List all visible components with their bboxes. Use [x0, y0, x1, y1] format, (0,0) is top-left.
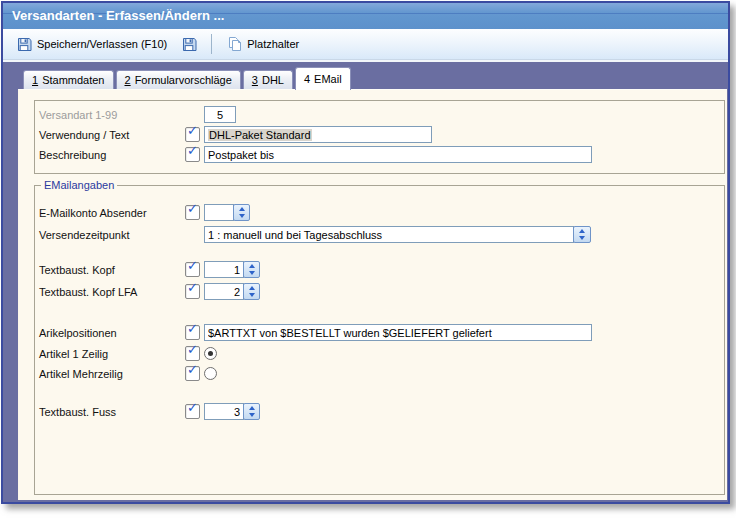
window-title: Versandarten - Erfassen/Ändern ...: [12, 8, 224, 23]
textbaust-kopf-row: Textbaust. Kopf ✓: [39, 261, 260, 278]
textbaust-kopf-lfa-input[interactable]: [204, 283, 244, 300]
arikelpositionen-checkbox[interactable]: ✓: [185, 325, 200, 340]
textbaust-kopf-input[interactable]: [204, 261, 244, 278]
verwendung-value: DHL-Paket Standard: [208, 129, 312, 141]
emailkonto-checkbox[interactable]: ✓: [185, 205, 200, 220]
versendezeitpunkt-value: 1 : manuell und bei Tagesabschluss: [208, 229, 382, 241]
placeholder-button[interactable]: Platzhalter: [219, 32, 306, 56]
tab-label: EMail: [314, 73, 342, 85]
beschreibung-row: Beschreibung ✓: [39, 146, 592, 163]
tab-accelerator: 2: [125, 74, 131, 86]
tab-accelerator: 4: [304, 73, 310, 85]
versendezeitpunkt-select[interactable]: 1 : manuell und bei Tagesabschluss: [204, 226, 574, 243]
toolbar: Speichern/Verlassen (F10) Pl: [3, 29, 728, 60]
check-icon: ✓: [187, 362, 198, 377]
check-icon: ✓: [187, 400, 198, 415]
verwendung-label: Verwendung / Text: [39, 129, 185, 141]
textbaust-fuss-label: Textbaust. Fuss: [39, 406, 185, 418]
textbaust-fuss-input[interactable]: [204, 403, 244, 420]
verwendung-checkbox[interactable]: ✓: [185, 127, 200, 142]
placeholder-label: Platzhalter: [247, 38, 299, 50]
textbaust-kopf-lfa-checkbox[interactable]: ✓: [185, 284, 200, 299]
textbaust-kopf-checkbox[interactable]: ✓: [185, 262, 200, 277]
verwendung-input[interactable]: DHL-Paket Standard: [204, 126, 432, 143]
tab-label: Formularvorschläge: [135, 74, 232, 86]
arikelpositionen-row: Arikelpositionen ✓: [39, 324, 592, 341]
textbaust-fuss-spinner[interactable]: [243, 403, 260, 420]
artikel-1zeilig-label: Artikel 1 Zeilig: [39, 348, 185, 360]
versendezeitpunkt-row: Versendezeitpunkt 1 : manuell und bei Ta…: [39, 226, 591, 243]
tab-label: DHL: [262, 74, 284, 86]
toolbar-separator: [211, 34, 212, 54]
tab-dhl[interactable]: 3 DHL: [243, 70, 293, 89]
artikel-mehrzeilig-radio[interactable]: [204, 367, 217, 380]
form-area: 1 Stammdaten 2 Formularvorschläge 3 DHL …: [3, 62, 728, 502]
textbaust-kopf-lfa-row: Textbaust. Kopf LFA ✓: [39, 283, 260, 300]
artikel-mehrzeilig-checkbox[interactable]: ✓: [185, 366, 200, 381]
textbaust-kopf-lfa-label: Textbaust. Kopf LFA: [39, 286, 185, 298]
tab-page-email: EMailangaben Versandart 1-99 Verwendung …: [18, 89, 727, 500]
artikel-1zeilig-row: Artikel 1 Zeilig ✓: [39, 345, 217, 362]
tab-stammdaten[interactable]: 1 Stammdaten: [23, 70, 114, 89]
tab-email[interactable]: 4 EMail: [295, 67, 351, 90]
textbaust-fuss-row: Textbaust. Fuss ✓: [39, 403, 260, 420]
versendezeitpunkt-dropdown-button[interactable]: [573, 226, 591, 243]
beschreibung-input[interactable]: [204, 146, 592, 163]
verwendung-row: Verwendung / Text ✓ DHL-Paket Standard: [39, 126, 432, 143]
artikel-1zeilig-radio[interactable]: [204, 347, 217, 360]
save-exit-button[interactable]: Speichern/Verlassen (F10): [9, 32, 174, 56]
check-icon: ✓: [187, 201, 198, 216]
check-icon: ✓: [187, 321, 198, 336]
app-window: Versandarten - Erfassen/Ändern ... Speic…: [1, 1, 730, 504]
arikelpositionen-input[interactable]: [204, 324, 592, 341]
check-icon: ✓: [187, 342, 198, 357]
check-icon: ✓: [187, 258, 198, 273]
versandart-label: Versandart 1-99: [39, 109, 185, 121]
textbaust-fuss-checkbox[interactable]: ✓: [185, 404, 200, 419]
floppy-disk-icon: [16, 36, 32, 52]
tab-accelerator: 3: [252, 74, 258, 86]
artikel-mehrzeilig-label: Artikel Mehrzeilig: [39, 368, 185, 380]
versandart-input[interactable]: [204, 106, 236, 123]
tab-label: Stammdaten: [42, 74, 104, 86]
emailkonto-input[interactable]: [204, 204, 234, 221]
beschreibung-label: Beschreibung: [39, 149, 185, 161]
artikel-mehrzeilig-row: Artikel Mehrzeilig ✓: [39, 365, 217, 382]
tab-formularvorschlaege[interactable]: 2 Formularvorschläge: [116, 70, 241, 89]
versendezeitpunkt-label: Versendezeitpunkt: [39, 229, 185, 241]
artikel-1zeilig-checkbox[interactable]: ✓: [185, 346, 200, 361]
beschreibung-checkbox[interactable]: ✓: [185, 147, 200, 162]
textbaust-kopf-label: Textbaust. Kopf: [39, 264, 185, 276]
title-bar: Versandarten - Erfassen/Ändern ...: [3, 3, 728, 29]
check-icon: ✓: [187, 123, 198, 138]
emailkonto-row: E-Mailkonto Absender ✓: [39, 204, 250, 221]
save-exit-label: Speichern/Verlassen (F10): [37, 38, 167, 50]
copy-pages-icon: [226, 36, 242, 52]
versandart-row: Versandart 1-99: [39, 106, 236, 123]
email-group-title: EMailangaben: [41, 179, 117, 191]
check-icon: ✓: [187, 143, 198, 158]
textbaust-kopf-lfa-spinner[interactable]: [243, 283, 260, 300]
check-icon: ✓: [187, 280, 198, 295]
textbaust-kopf-spinner[interactable]: [243, 261, 260, 278]
tab-accelerator: 1: [32, 74, 38, 86]
emailkonto-label: E-Mailkonto Absender: [39, 207, 185, 219]
emailkonto-spinner[interactable]: [233, 204, 250, 221]
tab-strip: 1 Stammdaten 2 Formularvorschläge 3 DHL …: [23, 67, 351, 89]
arikelpositionen-label: Arikelpositionen: [39, 327, 185, 339]
floppy-disk-icon: [181, 36, 197, 52]
save-button[interactable]: [174, 32, 204, 56]
